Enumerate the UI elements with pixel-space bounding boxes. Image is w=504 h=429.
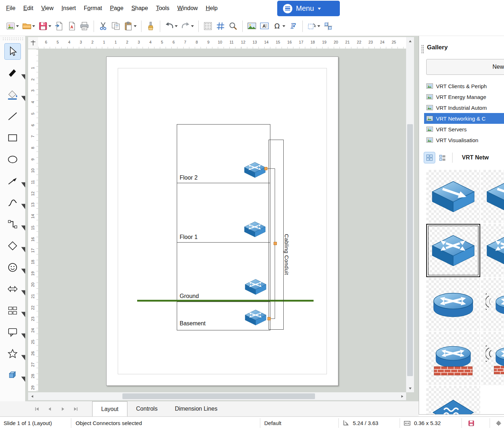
gallery-panel-grip[interactable] [421,45,424,53]
chevron-down-icon[interactable] [21,93,23,96]
ellipse-tool[interactable] [0,149,25,170]
gallery-item-switch[interactable] [426,170,480,223]
copy-button[interactable] [109,19,122,34]
tab-controls[interactable]: Controls [127,401,166,416]
select-tool[interactable] [0,41,25,62]
menu-tools[interactable]: Tools [152,3,173,13]
chevron-down-icon[interactable] [21,244,23,247]
gallery-item-switch-crossing[interactable] [426,224,480,277]
new-drawing-button[interactable] [4,19,21,34]
menu-shape[interactable]: Shape [127,3,152,13]
scroll-down-icon[interactable] [406,384,414,392]
snap-guides-button[interactable] [214,19,227,34]
icon-view-button[interactable] [424,152,435,163]
chevron-down-icon[interactable] [317,24,320,28]
new-theme-button[interactable]: New [426,59,504,75]
chevron-down-icon[interactable] [21,288,23,290]
menu-format[interactable]: Format [80,3,106,13]
3d-objects-tool[interactable] [0,365,25,386]
network-switch-icon[interactable] [244,221,266,238]
gallery-item-firewall-router[interactable] [426,332,480,385]
floor-label-floor1[interactable]: Floor 1 [180,234,198,240]
fontwork-button[interactable]: F [287,19,300,34]
gallery-item-switch-2[interactable] [481,170,504,223]
chevron-down-icon[interactable] [191,24,194,28]
selection-handle[interactable] [264,167,267,170]
gallery-theme-vrt-networking-c[interactable]: VRT Networking & C [424,113,504,124]
chevron-down-icon[interactable] [21,374,23,377]
save-button[interactable] [37,19,53,34]
export-pdf-button[interactable]: A [66,19,78,34]
transformations-button[interactable] [306,19,322,34]
chevron-down-icon[interactable] [21,201,23,204]
gallery-theme-vrt-clients-periph[interactable]: VRT Clients & Periph [424,81,504,91]
chevron-down-icon[interactable] [21,352,23,355]
print-button[interactable] [78,19,91,34]
network-switch-icon[interactable] [244,162,266,178]
chevron-down-icon[interactable] [21,266,23,269]
floor-label-floor2[interactable]: Floor 2 [180,175,198,181]
insert-text-box-button[interactable]: A [258,19,271,34]
gallery-item-wireless-firewall-router[interactable] [481,332,504,385]
horizontal-scrollbar[interactable] [28,392,406,400]
next-slide-button[interactable] [56,403,69,415]
last-slide-button[interactable] [69,403,82,415]
menu-help[interactable]: Help [202,3,221,13]
export-button[interactable] [53,19,66,34]
chevron-down-icon[interactable] [175,24,178,28]
basic-shapes-tool[interactable] [0,235,25,257]
cut-button[interactable] [97,19,109,34]
gallery-item-atm-switch[interactable] [426,386,480,415]
detailed-view-button[interactable] [437,152,448,163]
chevron-down-icon[interactable] [32,24,35,28]
chevron-down-icon[interactable] [48,24,51,28]
rectangle-tool[interactable] [0,127,25,149]
block-arrows-tool[interactable] [0,278,25,300]
curves-and-polygons-tool[interactable] [0,192,25,213]
line-color-tool[interactable] [0,62,25,84]
unsaved-changes-icon[interactable] [468,417,474,429]
display-grid-button[interactable] [202,19,214,34]
network-switch-icon[interactable] [244,309,267,326]
menu-view[interactable]: View [37,3,57,13]
selection-handle[interactable] [274,242,277,245]
floor-divider-line[interactable] [177,242,270,243]
clone-formatting-button[interactable] [144,19,157,34]
chevron-down-icon[interactable] [134,24,137,28]
floor-label-basement[interactable]: Basement [180,320,206,327]
insert-image-button[interactable] [246,19,258,34]
horizontal-scrollbar-thumb[interactable] [122,393,315,399]
lines-and-arrows-tool[interactable] [0,170,25,192]
zoom-button[interactable] [227,19,239,34]
fit-page-icon[interactable] [495,417,502,429]
special-character-button[interactable]: Ω [271,19,287,34]
chevron-down-icon[interactable] [21,223,23,226]
menu-edit[interactable]: Edit [19,3,37,13]
stars-and-banners-tool[interactable] [0,343,25,365]
flowchart-tool[interactable] [0,300,25,321]
callouts-tool[interactable] [0,321,25,343]
align-button[interactable] [322,19,334,34]
menu-window[interactable]: Window [174,3,202,13]
previous-slide-button[interactable] [43,403,56,415]
gallery-theme-vrt-industrial-autom[interactable]: VRT Industrial Autom [424,102,504,113]
scroll-left-icon[interactable] [28,392,36,400]
tab-layout[interactable]: Layout [92,401,127,416]
canvas[interactable]: Floor 2 Floor 1 Ground Basement Cabling … [38,49,406,391]
vertical-scrollbar-thumb[interactable] [407,124,413,376]
chevron-down-icon[interactable] [21,309,23,312]
floor-divider-line[interactable] [177,183,270,183]
scroll-up-icon[interactable] [406,37,414,45]
first-slide-button[interactable] [30,403,43,415]
chevron-down-icon[interactable] [21,331,23,334]
fill-color-tool[interactable] [0,84,25,105]
floor-divider-line[interactable] [177,302,270,302]
chevron-down-icon[interactable] [282,24,285,28]
selection-handle[interactable] [267,317,271,320]
ground-line[interactable] [137,300,314,302]
gallery-item-switch-crossing-2[interactable] [481,224,504,277]
menu-button[interactable]: Menu [277,1,340,16]
page-style[interactable]: Default [264,417,282,429]
chevron-down-icon[interactable] [21,180,23,182]
gallery-theme-vrt-servers[interactable]: VRT Servers [424,124,504,135]
